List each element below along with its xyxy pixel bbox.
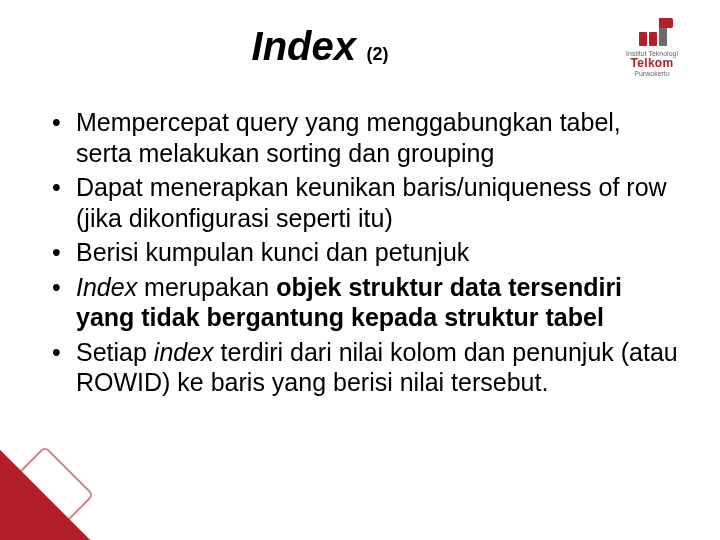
bullet-text: Setiap [76, 338, 154, 366]
logo-mark-icon [637, 18, 667, 48]
bullet-text: Mempercepat query yang menggabungkan tab… [76, 108, 621, 167]
logo-line3: Purwokerto [602, 70, 702, 78]
bullet-text: merupakan [137, 273, 276, 301]
slide: Institut Teknologi Telkom Purwokerto Ind… [0, 0, 720, 540]
bullet-italic: Index [76, 273, 137, 301]
logo-line2: Telkom [602, 57, 702, 70]
content-area: Mempercepat query yang menggabungkan tab… [0, 79, 720, 398]
slide-title: Index [252, 24, 356, 69]
list-item: Mempercepat query yang menggabungkan tab… [52, 107, 682, 168]
bullet-list: Mempercepat query yang menggabungkan tab… [52, 107, 682, 398]
list-item: Berisi kumpulan kunci dan petunjuk [52, 237, 682, 268]
slide-title-suffix: (2) [366, 44, 388, 65]
bullet-italic: index [154, 338, 214, 366]
list-item: Setiap index terdiri dari nilai kolom da… [52, 337, 682, 398]
bullet-text: Berisi kumpulan kunci dan petunjuk [76, 238, 469, 266]
corner-decoration-icon [0, 400, 140, 540]
bullet-text: Dapat menerapkan keunikan baris/uniquene… [76, 173, 667, 232]
list-item: Index merupakan objek struktur data ters… [52, 272, 682, 333]
list-item: Dapat menerapkan keunikan baris/uniquene… [52, 172, 682, 233]
institution-logo: Institut Teknologi Telkom Purwokerto [602, 18, 702, 78]
